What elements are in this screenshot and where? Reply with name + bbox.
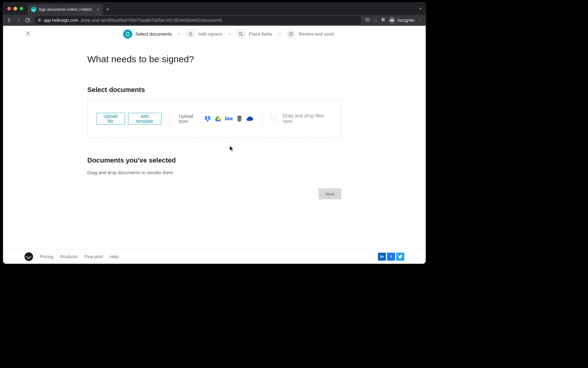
kebab-menu-icon[interactable]: ⋮: [418, 17, 423, 23]
close-flow-button[interactable]: [24, 30, 31, 38]
add-template-button[interactable]: Add template: [128, 113, 161, 125]
new-tab-button[interactable]: +: [106, 6, 110, 13]
upload-buttons-group: Upload file Add template: [88, 108, 170, 129]
star-icon[interactable]: ☆: [373, 17, 378, 23]
minimize-window-icon[interactable]: [13, 7, 17, 10]
download-icon: ↓: [271, 115, 277, 122]
titlebar: Sign documents online | HelloS × + ▾: [3, 2, 426, 15]
chevron-right-icon: [227, 32, 232, 36]
footer-link-help[interactable]: Help: [110, 254, 119, 259]
upload-dropzone[interactable]: Upload file Add template Upload from box: [87, 99, 341, 138]
maximize-window-icon[interactable]: [20, 7, 23, 10]
footer-link-pricing[interactable]: Pricing: [40, 254, 53, 259]
svg-rect-2: [239, 32, 242, 34]
step-select-documents[interactable]: Select documents: [123, 29, 172, 39]
evernote-icon[interactable]: [236, 115, 242, 122]
linkedin-icon[interactable]: in: [378, 253, 386, 261]
next-button[interactable]: Next: [318, 188, 341, 199]
document-icon: [123, 29, 132, 39]
forward-button[interactable]: [15, 17, 21, 23]
incognito-indicator[interactable]: Incognito: [389, 17, 415, 24]
tabs-dropdown-icon[interactable]: ▾: [420, 6, 421, 11]
back-button[interactable]: [6, 17, 12, 23]
footer-link-fine-print[interactable]: Fine print: [85, 254, 103, 259]
reload-button[interactable]: [24, 17, 31, 23]
check-circle-icon: [286, 29, 296, 39]
close-window-icon[interactable]: [7, 7, 11, 10]
dropbox-icon[interactable]: [205, 115, 211, 122]
step-review-send[interactable]: Review and send: [286, 29, 334, 39]
workflow-header: Select documents Add signers Place field…: [3, 26, 426, 42]
cursor-box-icon: [236, 29, 246, 39]
url-path: /prep-and-send/6ce6ffa876667baa607d2fda7…: [81, 18, 222, 23]
url-field[interactable]: app.hellosign.com/prep-and-send/6ce6ffa8…: [34, 16, 362, 25]
select-documents-heading: Select documents: [87, 86, 341, 94]
tab-title: Sign documents online | HelloS: [39, 7, 92, 12]
address-bar: app.hellosign.com/prep-and-send/6ce6ffa8…: [3, 15, 426, 26]
footer-link-products[interactable]: Products: [60, 254, 77, 259]
upload-file-button[interactable]: Upload file: [96, 113, 125, 125]
tab-close-icon[interactable]: ×: [97, 7, 99, 12]
page-title: What needs to be signed?: [87, 54, 341, 64]
upload-from-label: Upload from: [179, 113, 200, 124]
step-place-fields[interactable]: Place fields: [236, 29, 272, 39]
lock-icon: [38, 18, 41, 23]
step-label: Place fields: [249, 31, 272, 36]
eye-off-icon[interactable]: [365, 17, 370, 24]
step-label: Review and send: [299, 31, 334, 36]
action-row: Next: [87, 188, 341, 199]
browser-tab[interactable]: Sign documents online | HelloS ×: [28, 4, 103, 15]
step-label: Select documents: [135, 31, 172, 36]
window-controls: [7, 7, 23, 10]
selected-documents-hint: Drag and drop documents to reorder them: [87, 170, 341, 175]
url-host: app.hellosign.com: [44, 18, 78, 23]
svg-point-3: [289, 32, 293, 36]
box-icon[interactable]: box: [225, 115, 232, 122]
drag-drop-label: Drag and drop files here: [283, 113, 333, 124]
incognito-icon: [389, 17, 395, 24]
divider: [87, 184, 341, 184]
twitter-icon[interactable]: [396, 253, 404, 261]
chevron-right-icon: [177, 32, 181, 36]
stepper: Select documents Add signers Place field…: [123, 29, 334, 39]
selected-documents-section: Documents you've selected Drag and drop …: [87, 156, 341, 175]
extensions-icon[interactable]: [381, 17, 386, 23]
browser-window: Sign documents online | HelloS × + ▾ app…: [3, 2, 426, 264]
drag-drop-area[interactable]: ↓ Drag and drop files here: [262, 113, 341, 124]
main-content: What needs to be signed? Select document…: [87, 54, 341, 199]
google-drive-icon[interactable]: [215, 115, 221, 122]
footer: Pricing Products Fine print Help in f: [3, 249, 426, 264]
cloud-upload-group: Upload from box: [170, 108, 262, 129]
svg-rect-0: [382, 18, 385, 21]
page-content: Select documents Add signers Place field…: [3, 26, 426, 264]
selected-documents-heading: Documents you've selected: [87, 156, 341, 164]
step-add-signers[interactable]: Add signers: [186, 29, 222, 39]
incognito-label: Incognito: [397, 18, 415, 23]
chevron-right-icon: [277, 32, 281, 36]
onedrive-icon[interactable]: [247, 115, 253, 122]
person-icon: [186, 29, 195, 39]
step-label: Add signers: [198, 31, 222, 36]
svg-point-1: [190, 32, 191, 34]
social-links: in f: [378, 253, 404, 261]
hellosign-logo-icon[interactable]: [24, 252, 33, 261]
tab-favicon-icon: [31, 7, 36, 12]
facebook-icon[interactable]: f: [387, 253, 395, 261]
